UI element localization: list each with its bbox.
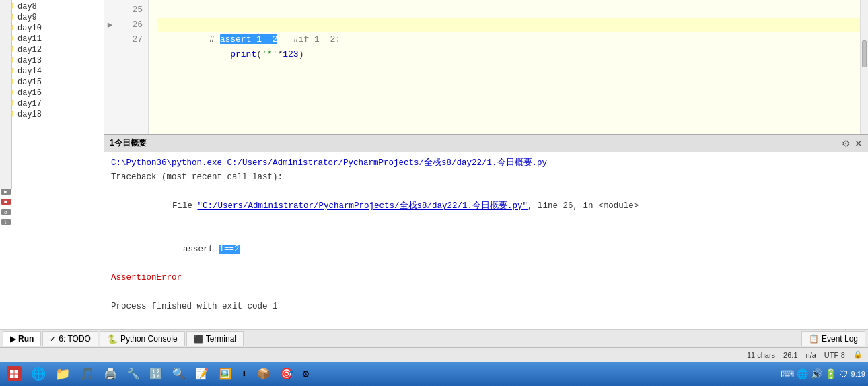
run-tab-label: Run	[18, 334, 34, 344]
sidebar-label-day13: day13	[17, 56, 42, 65]
taskbar-note[interactable]: 📝	[191, 364, 213, 383]
panel-title: 1今日概要	[110, 137, 147, 149]
encoding: UTF-8	[824, 351, 845, 359]
taskbar-app1[interactable]: 📦	[253, 364, 275, 383]
sidebar-item-day13[interactable]: day13	[0, 55, 104, 66]
rerun-icon[interactable]: ↺	[1, 209, 11, 215]
event-log-label: Event Log	[822, 334, 858, 344]
file-link[interactable]: "C:/Users/Administrator/PycharmProjects/…	[198, 201, 528, 211]
run-command-line: C:\Python36\python.exe C:/Users/Administ…	[111, 156, 861, 170]
photo-icon: 🖼️	[218, 367, 231, 381]
code-lines[interactable]: # assert 1==2 #if 1==2: print('*'*123)	[149, 0, 860, 134]
start-button[interactable]	[3, 364, 26, 383]
printer-icon: 🖨️	[104, 367, 117, 381]
left-panel-icons: ▶ ■ ↺ ↓	[0, 0, 12, 189]
download-icon: ⬇️	[241, 367, 248, 381]
calc-icon: 🔢	[149, 367, 163, 381]
print-string: '*'	[262, 49, 277, 59]
stop-icon[interactable]: ■	[1, 199, 11, 205]
sidebar: day8 day9 day10 day11 day12 day13 day14	[0, 0, 104, 329]
bottom-tabs: ▶ Run ✓ 6: TODO 🐍 Python Console ⬛ Termi…	[0, 329, 868, 347]
taskbar-download[interactable]: ⬇️	[237, 364, 252, 383]
taskbar-ie[interactable]: 🌐	[27, 364, 50, 383]
taskbar-calc[interactable]: 🔢	[145, 364, 167, 383]
python-tab-icon: 🐍	[107, 334, 118, 344]
sidebar-item-day16[interactable]: day16	[0, 88, 104, 98]
tab-todo[interactable]: ✓ 6: TODO	[42, 331, 98, 346]
cursor-position: 26:1	[783, 351, 797, 359]
sidebar-item-day9[interactable]: day9	[0, 12, 104, 23]
tray-battery: 🔋	[825, 368, 836, 379]
taskbar-tools[interactable]: 🔧	[122, 364, 144, 383]
sidebar-item-day11[interactable]: day11	[0, 34, 104, 44]
tab-python-console[interactable]: 🐍 Python Console	[100, 331, 185, 346]
sidebar-label-day18: day18	[17, 110, 42, 119]
line-num-26: 26	[116, 18, 143, 32]
taskbar: 🌐 📁 🎵 🖨️ 🔧 🔢 🔍 📝 🖼️ ⬇️ 📦 🎯 ⚙️ ⌨ 🌐 🔊 �	[0, 362, 868, 386]
windows-icon	[7, 366, 22, 381]
tray-network: 🌐	[797, 368, 808, 379]
taskbar-explorer[interactable]: 📁	[51, 364, 74, 383]
note-icon: 📝	[195, 367, 209, 381]
panel-content[interactable]: C:\Python36\python.exe C:/Users/Administ…	[104, 152, 868, 329]
comment-hash: #	[209, 34, 220, 44]
scrollbar-thumb[interactable]	[862, 40, 867, 67]
taskbar-search[interactable]: 🔍	[168, 364, 190, 383]
system-clock: 9:19	[851, 370, 865, 378]
gutter: ►	[104, 0, 116, 134]
sidebar-label-day10: day10	[17, 24, 42, 33]
svg-rect-3	[15, 375, 19, 379]
print-num: 123	[283, 49, 298, 59]
sidebar-item-day18[interactable]: day18	[0, 109, 104, 120]
tray-keyboard: ⌨	[781, 368, 794, 379]
tools-icon: 🔧	[126, 367, 140, 381]
close-icon[interactable]: ✕	[855, 138, 863, 149]
main-area: day8 day9 day10 day11 day12 day13 day14	[0, 0, 868, 329]
gear-icon[interactable]: ⚙	[842, 138, 851, 149]
file-line: File "C:/Users/Administrator/PycharmProj…	[122, 185, 861, 228]
comment-rest	[277, 34, 293, 44]
tab-terminal[interactable]: ⬛ Terminal	[186, 331, 244, 346]
assert-value: 1==2	[219, 245, 240, 254]
na-value: n/a	[806, 351, 816, 359]
taskbar-photo[interactable]: 🖼️	[214, 364, 236, 383]
sidebar-item-day12[interactable]: day12	[0, 44, 104, 55]
tab-run[interactable]: ▶ Run	[3, 331, 41, 346]
terminal-tab-label: Terminal	[206, 334, 236, 344]
bottom-panel: 1今日概要 ⚙ ✕ C:\Python36\python.exe C:/User…	[104, 134, 868, 329]
gutter-cell-25	[104, 3, 116, 18]
ie-icon: 🌐	[31, 366, 46, 381]
sidebar-item-day17[interactable]: day17	[0, 98, 104, 109]
taskbar-app3[interactable]: ⚙️	[299, 364, 314, 383]
taskbar-app2[interactable]: 🎯	[276, 364, 297, 383]
print-keyword: print	[209, 49, 256, 59]
todo-tab-icon: ✓	[50, 335, 56, 344]
sidebar-item-day10[interactable]: day10	[0, 23, 104, 34]
sidebar-item-day14[interactable]: day14	[0, 66, 104, 77]
tab-event-log[interactable]: 📋 Event Log	[801, 331, 865, 346]
terminal-tab-icon: ⬛	[194, 335, 203, 344]
tray-volume: 🔊	[811, 368, 822, 379]
event-log-icon: 📋	[809, 334, 819, 344]
status-right: 11 chars 26:1 n/a UTF-8 🔒	[747, 350, 863, 359]
sidebar-label-day8: day8	[17, 2, 37, 11]
svg-rect-0	[10, 370, 14, 374]
scroll-icon[interactable]: ↓	[1, 219, 11, 225]
sidebar-item-day8[interactable]: day8	[0, 1, 104, 12]
taskbar-media[interactable]: 🎵	[75, 364, 98, 383]
gutter-cell-27	[104, 32, 116, 47]
svg-rect-2	[10, 375, 14, 379]
app1-icon: 📦	[257, 367, 270, 381]
panel-header: 1今日概要 ⚙ ✕	[104, 135, 868, 152]
run-icon[interactable]: ▶	[1, 189, 11, 195]
taskbar-printer[interactable]: 🖨️	[100, 364, 121, 383]
line-num-27: 27	[116, 32, 143, 47]
line-numbers: 25 26 27	[116, 0, 149, 134]
sidebar-item-day15[interactable]: day15	[0, 77, 104, 88]
lock-icon: 🔒	[853, 350, 863, 359]
media-icon: 🎵	[79, 366, 94, 381]
editor-scrollbar[interactable]	[860, 0, 868, 134]
system-tray: ⌨ 🌐 🔊 🔋 🛡 9:19	[781, 368, 865, 379]
panel-controls: ⚙ ✕	[842, 138, 863, 149]
assertion-error: AssertionError	[111, 271, 861, 285]
